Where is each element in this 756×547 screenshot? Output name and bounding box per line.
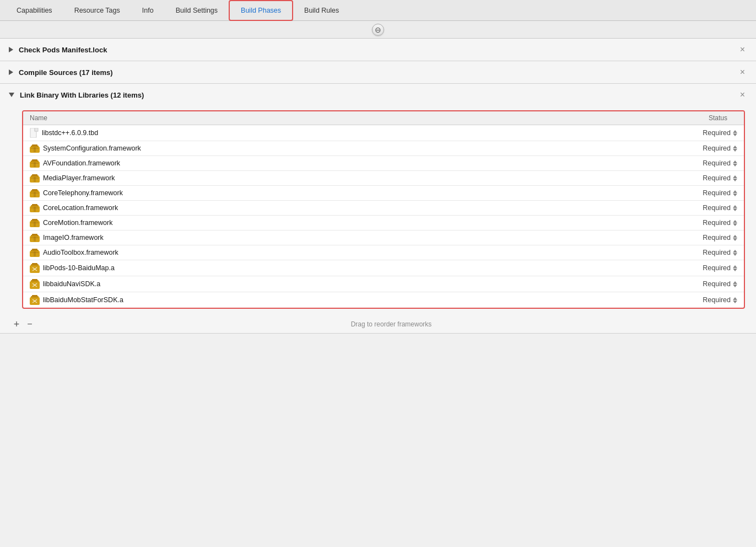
stepper-down-icon[interactable] [733, 149, 737, 152]
status-stepper[interactable] [733, 160, 737, 167]
stepper-up-icon[interactable] [733, 190, 737, 193]
table-row[interactable]: ImageIO.framework Required [23, 230, 744, 245]
library-status-cell: Required [544, 276, 744, 292]
status-stepper[interactable] [733, 297, 737, 303]
stepper-up-icon[interactable] [733, 205, 737, 208]
section-triangle-link-binary [9, 93, 14, 97]
table-row[interactable]: SystemConfiguration.framework Required [23, 141, 744, 156]
toolbar-row: ⊖ [0, 21, 756, 39]
library-status-text: Required [703, 219, 731, 227]
library-name-text: AVFoundation.framework [43, 159, 120, 167]
table-row[interactable]: MediaPlayer.framework Required [23, 171, 744, 186]
tab-build-rules[interactable]: Build Rules [293, 0, 350, 21]
stepper-up-icon[interactable] [733, 250, 737, 253]
reorder-hint: Drag to reorder frameworks [37, 320, 745, 328]
section-close-link-binary[interactable]: × [738, 90, 747, 99]
tab-capabilities[interactable]: Capabilities [6, 0, 63, 21]
library-name-text: libPods-10-BaiduMap.a [43, 264, 115, 272]
library-status-cell: Required [544, 292, 744, 308]
add-library-button[interactable]: + [11, 319, 22, 330]
library-name-text: CoreTelephony.framework [43, 189, 123, 197]
section-header-check-pods[interactable]: Check Pods Manifest.lock × [0, 39, 756, 61]
table-row[interactable]: AVFoundation.framework Required [23, 156, 744, 171]
library-name-cell: CoreMotion.framework [23, 216, 544, 230]
status-stepper[interactable] [733, 175, 737, 181]
framework-icon [30, 144, 40, 153]
stepper-down-icon[interactable] [733, 133, 737, 136]
status-stepper[interactable] [733, 146, 737, 152]
library-status-text: Required [703, 144, 731, 152]
library-status-text: Required [703, 204, 731, 212]
svg-rect-20 [32, 189, 37, 191]
section-close-compile-sources[interactable]: × [738, 68, 747, 77]
stepper-up-icon[interactable] [733, 220, 737, 223]
library-name-cell: CoreLocation.framework [23, 201, 544, 216]
status-stepper[interactable] [733, 250, 737, 256]
tab-resource-tags[interactable]: Resource Tags [63, 0, 131, 21]
stepper-down-icon[interactable] [733, 269, 737, 271]
section-header-compile-sources[interactable]: Compile Sources (17 items) × [0, 61, 756, 83]
framework-icon [30, 159, 40, 168]
stepper-up-icon[interactable] [733, 235, 737, 238]
section-header-link-binary[interactable]: Link Binary With Libraries (12 items) × [0, 84, 756, 106]
stepper-up-icon[interactable] [733, 146, 737, 148]
library-status-cell: Required [544, 201, 744, 216]
library-status-text: Required [703, 280, 731, 288]
table-row[interactable]: libBaiduMobStatForSDK.a Required [23, 292, 744, 308]
svg-rect-30 [32, 219, 37, 221]
stepper-down-icon[interactable] [733, 301, 737, 303]
status-stepper[interactable] [733, 190, 737, 196]
stepper-up-icon[interactable] [733, 281, 737, 284]
col-header-status: Status [544, 111, 744, 125]
stepper-up-icon[interactable] [733, 175, 737, 178]
svg-rect-2 [35, 128, 38, 131]
stepper-down-icon[interactable] [733, 285, 737, 287]
library-action-bar: + − Drag to reorder frameworks [0, 315, 756, 333]
library-status-cell: Required [544, 141, 744, 156]
stepper-up-icon[interactable] [733, 297, 737, 300]
stepper-down-icon[interactable] [733, 238, 737, 241]
table-row[interactable]: libPods-10-BaiduMap.a Required [23, 260, 744, 276]
table-row[interactable]: CoreLocation.framework Required [23, 201, 744, 216]
svg-rect-5 [32, 144, 37, 146]
add-phase-button[interactable]: ⊖ [372, 24, 384, 36]
library-status-text: Required [703, 296, 731, 304]
table-row[interactable]: libbaiduNaviSDK.a Required [23, 276, 744, 292]
tab-build-settings[interactable]: Build Settings [165, 0, 229, 21]
stepper-down-icon[interactable] [733, 253, 737, 256]
library-status-text: Required [703, 264, 731, 272]
section-title-compile-sources: Compile Sources (17 items) [19, 68, 738, 77]
table-row[interactable]: AudioToolbox.framework Required [23, 245, 744, 260]
library-status-text: Required [703, 129, 731, 137]
stepper-down-icon[interactable] [733, 194, 737, 196]
stepper-down-icon[interactable] [733, 208, 737, 211]
stepper-up-icon[interactable] [733, 265, 737, 268]
framework-icon [30, 233, 40, 242]
stepper-down-icon[interactable] [733, 223, 737, 226]
status-stepper[interactable] [733, 265, 737, 271]
svg-rect-27 [34, 207, 36, 212]
status-stepper[interactable] [733, 220, 737, 226]
col-header-name: Name [23, 111, 544, 125]
library-name-text: libstdc++.6.0.9.tbd [42, 129, 98, 137]
tab-info[interactable]: Info [131, 0, 165, 21]
status-stepper[interactable] [733, 205, 737, 211]
stepper-up-icon[interactable] [733, 160, 737, 163]
stepper-down-icon[interactable] [733, 179, 737, 181]
library-name-cell: ImageIO.framework [23, 230, 544, 245]
remove-library-button[interactable]: − [24, 319, 35, 330]
svg-rect-32 [34, 222, 36, 227]
stepper-up-icon[interactable] [733, 130, 737, 133]
table-row[interactable]: CoreTelephony.framework Required [23, 186, 744, 201]
status-stepper[interactable] [733, 130, 737, 136]
library-status-cell: Required [544, 171, 744, 186]
tab-build-phases[interactable]: Build Phases [229, 0, 293, 21]
library-table-wrapper: Name Status libstdc++.6.0.9.tbd Re [22, 110, 745, 309]
table-row[interactable]: CoreMotion.framework Required [23, 216, 744, 230]
status-stepper[interactable] [733, 281, 737, 287]
library-status-cell: Required [544, 245, 744, 260]
status-stepper[interactable] [733, 235, 737, 241]
stepper-down-icon[interactable] [733, 164, 737, 167]
section-close-check-pods[interactable]: × [738, 45, 747, 54]
table-row[interactable]: libstdc++.6.0.9.tbd Required [23, 125, 744, 141]
